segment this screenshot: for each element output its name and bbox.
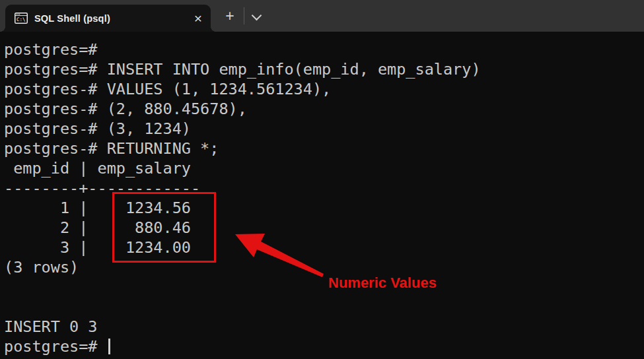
tab-dropdown-button[interactable] xyxy=(246,5,266,26)
prompt-line: postgres=# xyxy=(4,337,644,356)
terminal-line: postgres-# (3, 1234) xyxy=(4,119,644,139)
terminal-line: postgres-# VALUES (1, 1234.561234), xyxy=(4,79,644,99)
console-icon: C:\ xyxy=(15,13,28,24)
close-tab-icon[interactable]: × xyxy=(194,5,202,32)
terminal-line: postgres-# RETURNING *; xyxy=(4,139,644,158)
result-table-header: emp_id | emp_salary xyxy=(4,158,644,178)
new-tab-button[interactable]: + xyxy=(219,5,241,26)
result-table-row: 2 | 880.46 xyxy=(4,218,644,238)
tab-bar-divider xyxy=(244,7,244,24)
terminal-line xyxy=(4,277,644,297)
result-table-row: 1 | 1234.56 xyxy=(4,198,644,218)
result-table-separator: --------+------------ xyxy=(4,178,644,198)
console-icon-text: C:\ xyxy=(17,16,26,22)
tab-sql-shell[interactable]: C:\ SQL Shell (psql) × xyxy=(5,5,211,32)
tab-bar: C:\ SQL Shell (psql) × + xyxy=(0,0,644,32)
row-count-line: (3 rows) xyxy=(4,257,644,277)
terminal-line: postgres=# xyxy=(4,40,644,59)
terminal-window: C:\ SQL Shell (psql) × + postgres=# post… xyxy=(0,0,644,359)
result-table-row: 3 | 1234.00 xyxy=(4,238,644,257)
prompt-text: postgres=# xyxy=(4,337,107,356)
terminal-line xyxy=(4,297,644,317)
terminal-line: postgres=# INSERT INTO emp_info(emp_id, … xyxy=(4,59,644,79)
tab-title: SQL Shell (psql) xyxy=(34,13,110,24)
chevron-down-icon xyxy=(252,11,262,21)
terminal-screen[interactable]: postgres=# postgres=# INSERT INTO emp_in… xyxy=(0,32,644,359)
text-cursor xyxy=(108,339,110,354)
insert-status-line: INSERT 0 3 xyxy=(4,317,644,337)
terminal-line: postgres-# (2, 880.45678), xyxy=(4,99,644,119)
